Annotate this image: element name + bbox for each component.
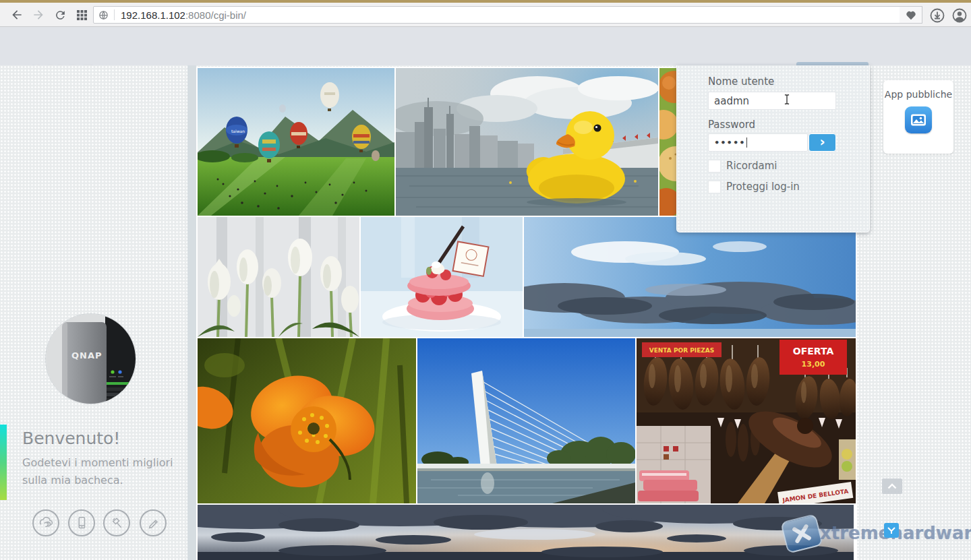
photo-station-app-icon[interactable]	[905, 106, 932, 133]
accent-gradient-stripe	[0, 425, 7, 500]
text-caret	[746, 137, 747, 148]
login-panel: Nome utente Password ••••• › Ricordami P…	[676, 65, 870, 232]
forward-icon[interactable]	[31, 7, 46, 22]
username-label: Nome utente	[708, 75, 774, 88]
mobile-button[interactable]	[68, 509, 95, 536]
url-path: :8080/cgi-bin/	[185, 9, 246, 21]
bookmark-heart-icon[interactable]	[900, 6, 922, 24]
pencil-icon	[145, 515, 161, 531]
remember-me-label[interactable]: Ricordami	[726, 160, 777, 172]
svg-text:OFERTA: OFERTA	[793, 346, 834, 356]
photo-cable-bridge	[417, 338, 635, 503]
svg-text:taiwan: taiwan	[231, 129, 245, 133]
nas-device-photo: QNAP	[46, 314, 136, 404]
username-input[interactable]	[708, 92, 836, 110]
photo-orange-poppy	[198, 338, 416, 503]
download-icon[interactable]	[929, 7, 946, 24]
remember-me-checkbox[interactable]	[708, 160, 721, 173]
screen: 192.168.1.102:8080/cgi-bin/ QNAP QTS NAS…	[0, 0, 971, 560]
welcome-title: Benvenuto!	[22, 429, 173, 448]
login-submit-button[interactable]: ›	[808, 133, 836, 152]
apps-grid-icon[interactable]	[74, 7, 89, 22]
svg-text:QNAP: QNAP	[71, 350, 102, 361]
photo-white-tulips	[198, 217, 359, 337]
welcome-block: Benvenuto! Godetevi i momenti migliori s…	[22, 429, 173, 489]
chevron-up-icon	[887, 483, 897, 489]
photo-cloudy-sky	[524, 217, 856, 337]
cloud-link-button[interactable]	[32, 509, 59, 536]
password-input[interactable]: •••••	[708, 133, 808, 152]
tools-button[interactable]	[103, 509, 130, 536]
reload-icon[interactable]	[53, 7, 67, 22]
secure-login-checkbox[interactable]	[708, 181, 721, 193]
public-apps-title: App pubbliche	[883, 89, 953, 100]
scroll-top-button[interactable]	[882, 478, 902, 494]
globe-icon	[98, 10, 109, 20]
photo-hot-air-balloons: taiwan	[198, 68, 394, 216]
url-host: 192.168.1.102	[121, 9, 185, 21]
svg-text:VENTA POR PIEZAS: VENTA POR PIEZAS	[649, 347, 715, 354]
photo-rubber-duck-harbour	[396, 68, 658, 216]
secure-login-label[interactable]: Proteggi log-in	[726, 181, 800, 193]
smartphone-icon	[73, 515, 90, 531]
hammer-icon	[109, 515, 125, 531]
welcome-message-line1: Godetevi i momenti migliori	[22, 454, 173, 472]
back-icon[interactable]	[9, 7, 24, 22]
url-bar[interactable]: 192.168.1.102:8080/cgi-bin/	[93, 6, 901, 24]
photo-ham-market: VENTA POR PIEZAS OFERTA 13,00	[637, 338, 856, 503]
urlbar-divider	[114, 9, 115, 20]
photo-macaron-dessert	[361, 217, 523, 337]
public-apps-card: App pubbliche	[883, 80, 953, 154]
sidebar-divider	[187, 65, 196, 560]
chevron-right-icon: ›	[819, 135, 825, 148]
text-cursor-icon	[784, 94, 790, 108]
qnap-header-bar: QNAP QTS NASD5B6DA Accesso ↑	[0, 27, 971, 65]
cloud-icon	[38, 515, 54, 531]
welcome-message-line2: sulla mia bacheca.	[22, 472, 173, 489]
photo-sunset-clouds	[198, 505, 854, 560]
capture-tool-icon[interactable]	[884, 523, 899, 538]
svg-text:13,00: 13,00	[802, 360, 825, 369]
password-label: Password	[708, 119, 755, 131]
password-mask: •••••	[714, 137, 746, 148]
edit-button[interactable]	[140, 509, 167, 536]
browser-toolbar: 192.168.1.102:8080/cgi-bin/	[0, 3, 971, 27]
profile-icon[interactable]	[951, 7, 968, 24]
